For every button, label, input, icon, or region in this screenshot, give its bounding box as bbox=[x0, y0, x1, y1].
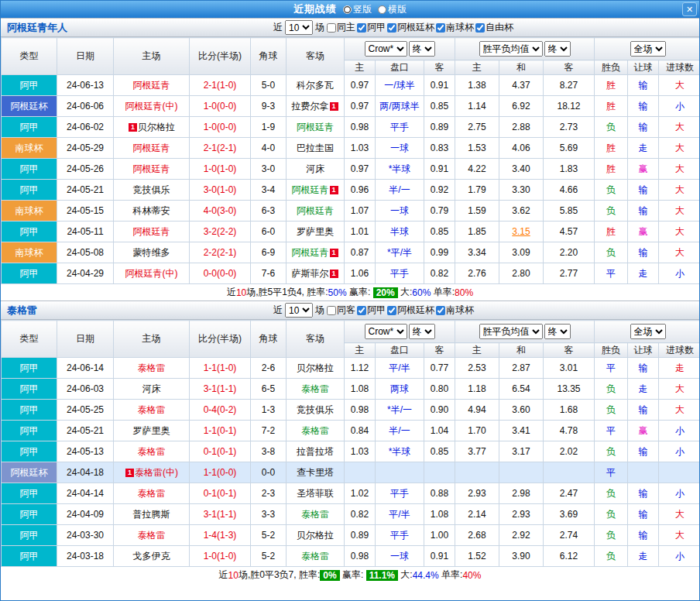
filter-checkbox[interactable] bbox=[357, 306, 366, 315]
cell-competition: 阿甲 bbox=[2, 421, 57, 441]
horizontal-radio[interactable] bbox=[378, 5, 386, 14]
cell-date: 24-04-18 bbox=[57, 462, 114, 483]
cell-eu-home: 2.14 bbox=[455, 504, 499, 525]
cell-asia-home-odds: 0.82 bbox=[345, 504, 376, 525]
filter-同主[interactable]: 同主 bbox=[327, 21, 355, 34]
filter-南球杯[interactable]: 南球杯 bbox=[436, 304, 474, 317]
cell-handicap-result: 输 bbox=[628, 358, 659, 379]
filter-checkbox[interactable] bbox=[357, 23, 366, 33]
filter-bar: 近 10 场 同客阿甲阿根廷杯南球杯 bbox=[273, 301, 475, 319]
filter-checkbox[interactable] bbox=[436, 23, 445, 33]
filter-同客[interactable]: 同客 bbox=[327, 304, 355, 317]
cell-result: 负 bbox=[595, 525, 628, 546]
cell-goals-result: 走 bbox=[659, 358, 700, 379]
bookmaker-select[interactable]: Crow* bbox=[365, 324, 407, 339]
filter-checkbox[interactable] bbox=[387, 306, 396, 315]
team-name-text: 科尔多瓦 bbox=[297, 80, 334, 91]
europe-final-select[interactable]: 终 bbox=[544, 324, 571, 339]
cell-asia-home-odds: 1.06 bbox=[345, 263, 376, 284]
cell-date: 24-05-21 bbox=[57, 421, 114, 441]
cell-corners: 7-6 bbox=[251, 263, 287, 284]
europe-avg-select[interactable]: 胜平负均值 bbox=[479, 324, 543, 339]
team-name-text: 圣塔菲联 bbox=[297, 488, 334, 499]
match-row: 阿甲24-03-30泰格雷1-4(1-3)5-2贝尔格拉0.89平手1.002.… bbox=[2, 525, 700, 546]
cell-corners: 5-0 bbox=[251, 75, 287, 96]
cell-home-team: 普拉腾斯 bbox=[114, 504, 190, 525]
filter-阿甲[interactable]: 阿甲 bbox=[357, 21, 386, 34]
vertical-radio[interactable] bbox=[343, 5, 352, 14]
cell-eu-home: 1.18 bbox=[455, 379, 499, 400]
cell-away-team: 阿根廷青1 bbox=[287, 180, 345, 201]
cell-handicap-result: 走 bbox=[628, 138, 659, 159]
filter-阿根廷杯[interactable]: 阿根廷杯 bbox=[387, 304, 434, 317]
layout-option-vertical[interactable]: 竖版 bbox=[343, 3, 372, 16]
match-row: 阿甲24-05-26阿根廷青1-0(1-0)3-0河床0.97*半球0.914.… bbox=[2, 159, 700, 180]
cell-date: 24-04-14 bbox=[57, 483, 114, 504]
cell-corners: 5-2 bbox=[251, 546, 287, 567]
team-name-text: 河床 bbox=[306, 163, 324, 174]
cell-eu-draw: 3.30 bbox=[499, 180, 544, 201]
cell-score: 3-0(1-0) bbox=[190, 180, 251, 201]
cell-eu-draw: 3.90 bbox=[499, 546, 544, 567]
cell-score: 0-1(0-1) bbox=[190, 483, 251, 504]
cell-away-team: 巴拉圭国 bbox=[287, 138, 345, 159]
close-button[interactable]: ✕ bbox=[682, 2, 697, 16]
filter-南球杯[interactable]: 南球杯 bbox=[436, 21, 474, 34]
cell-eu-draw: 2.87 bbox=[499, 358, 544, 379]
asia-final-select[interactable]: 终 bbox=[409, 41, 435, 57]
team-name-text: 科林蒂安 bbox=[133, 205, 170, 216]
cell-date: 24-05-15 bbox=[57, 201, 114, 222]
cell-eu-away: 2.20 bbox=[544, 242, 595, 263]
summary-text: 场,胜0平3负7, 胜率: bbox=[238, 568, 320, 582]
cell-score: 1-0(0-0) bbox=[190, 96, 251, 117]
cell-asia-handicap: 半/一 bbox=[376, 421, 424, 441]
scope-select[interactable]: 全场 bbox=[630, 324, 666, 339]
filter-checkbox[interactable] bbox=[327, 306, 336, 315]
bookmaker-select[interactable]: Crow* bbox=[365, 41, 407, 57]
col-type: 类型 bbox=[2, 38, 57, 75]
cell-eu-draw: 3.15 bbox=[499, 222, 544, 242]
cell-home-team: 科林蒂安 bbox=[114, 201, 190, 222]
filter-checkbox[interactable] bbox=[387, 23, 396, 33]
recent-count-select[interactable]: 10 bbox=[285, 303, 313, 318]
match-row: 阿甲24-04-14泰格雷0-1(0-1)2-3圣塔菲联1.02平手0.882.… bbox=[2, 483, 700, 504]
asia-final-select[interactable]: 终 bbox=[409, 324, 435, 339]
cell-result: 负 bbox=[595, 180, 628, 201]
filter-阿甲[interactable]: 阿甲 bbox=[357, 304, 386, 317]
filter-自由杯[interactable]: 自由杯 bbox=[475, 21, 513, 34]
filter-checkbox[interactable] bbox=[436, 306, 445, 315]
cell-goals-result: 大 bbox=[659, 222, 700, 242]
filter-checkbox[interactable] bbox=[475, 23, 485, 33]
cell-away-team: 查卡里塔 bbox=[287, 462, 345, 483]
team-name-text: 泰格雷 bbox=[138, 488, 166, 499]
filter-checkbox[interactable] bbox=[327, 23, 336, 33]
cell-handicap-result: 走 bbox=[628, 379, 659, 400]
red-number-badge: 1 bbox=[125, 469, 134, 477]
filter-阿根廷杯[interactable]: 阿根廷杯 bbox=[387, 21, 434, 34]
cell-corners: 3-0 bbox=[251, 159, 287, 180]
cell-corners: 3-4 bbox=[251, 180, 287, 201]
team-name-text: 泰格雷 bbox=[301, 383, 329, 394]
cell-home-team: 泰格雷 bbox=[114, 441, 190, 462]
recent-count-select[interactable]: 10 bbox=[285, 20, 313, 35]
cell-competition: 阿甲 bbox=[2, 180, 57, 201]
cell-result: 负 bbox=[595, 441, 628, 462]
league-filters: 同主阿甲阿根廷杯南球杯自由杯 bbox=[327, 21, 515, 34]
layout-option-horizontal[interactable]: 横版 bbox=[378, 3, 407, 16]
team-name-text: 查卡里塔 bbox=[297, 467, 334, 478]
col-home: 主场 bbox=[114, 38, 190, 75]
cell-asia-home-odds: 0.96 bbox=[345, 180, 376, 201]
team-name-text: 阿根廷青 bbox=[133, 143, 170, 153]
cell-eu-home: 1.85 bbox=[455, 222, 499, 242]
cell-eu-home: 1.53 bbox=[455, 138, 499, 159]
cell-goals-result: 大 bbox=[659, 180, 700, 201]
europe-final-select[interactable]: 终 bbox=[544, 41, 571, 57]
cell-eu-draw: 4.06 bbox=[499, 138, 544, 159]
europe-avg-select[interactable]: 胜平负均值 bbox=[479, 41, 543, 57]
cell-asia-home-odds: 0.98 bbox=[345, 546, 376, 567]
scope-select[interactable]: 全场 bbox=[630, 41, 666, 57]
red-number-badge: 1 bbox=[330, 102, 338, 111]
cell-competition: 南球杯 bbox=[2, 201, 57, 222]
cell-asia-away-odds: 0.85 bbox=[424, 222, 455, 242]
col-goals-result: 进球数 bbox=[659, 343, 700, 358]
